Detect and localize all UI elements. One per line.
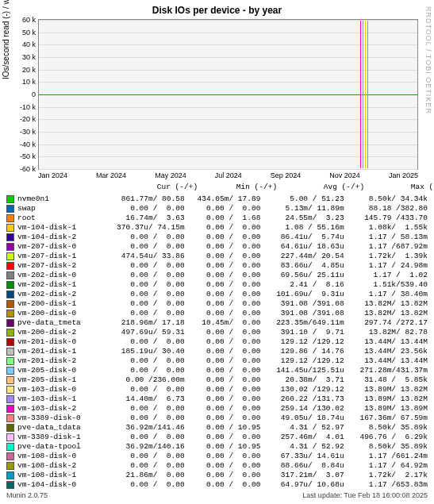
series-min: 0.00 / 0.00 <box>185 337 261 347</box>
series-avg: 101.69u/ 9.31u <box>260 290 344 299</box>
legend-swatch <box>6 290 14 298</box>
grid-line <box>39 169 417 170</box>
legend-swatch <box>6 310 14 317</box>
y-tick-label: 20 k <box>6 66 36 74</box>
series-cur: 0.00 / 0.00 <box>101 233 184 242</box>
legend-swatch <box>6 414 14 422</box>
series-name: vm-201-disk-1 <box>17 347 101 356</box>
legend-row: vm-103-disk-114.40m/ 6.730.00 / 0.00260.… <box>6 394 428 404</box>
legend-row: vm-207-disk-00.00 / 0.000.00 / 0.0064.61… <box>6 242 428 252</box>
series-avg: 227.44m/ 20.54 <box>260 252 344 261</box>
legend-row: vm-202-disk-00.00 / 0.000.00 / 0.0069.56… <box>6 271 428 280</box>
legend-row: vm-103-disk-00.00 / 0.000.00 / 0.00130.0… <box>6 385 428 394</box>
legend-row: pve-data_tdata36.92m/141.460.00 / 10.954… <box>6 423 428 433</box>
legend-swatch <box>6 424 14 432</box>
y-tick-label: 60 k <box>6 16 36 24</box>
spike-line <box>365 21 366 168</box>
series-avg: 130.02 /129.12 <box>260 385 344 394</box>
generator-label: Munin 2.0.75 <box>6 491 48 499</box>
series-avg: 67.33u/ 14.61u <box>260 452 344 461</box>
legend-swatch <box>6 405 14 413</box>
legend-row: vm-200-disk-00.00 / 0.000.00 / 0.00391.0… <box>6 309 428 318</box>
legend-row: vm-104-disk-1370.37u/ 74.15m0.00 / 0.001… <box>6 223 428 233</box>
legend-swatch <box>6 205 14 213</box>
x-tick-label: Mar 2024 <box>96 171 126 179</box>
series-max: 1.17 / 1.02 <box>344 271 428 280</box>
series-min: 0.00 / 10.95 <box>185 442 261 452</box>
legend-swatch <box>6 481 14 489</box>
legend-row: vm-201-disk-20.00 / 0.000.00 / 0.00129.1… <box>6 356 428 366</box>
series-cur: 497.69u/ 59.31 <box>101 328 184 337</box>
series-min: 0.00 / 0.00 <box>185 366 261 375</box>
series-cur: 474.54u/ 33.86 <box>101 252 184 261</box>
series-max: 13.82M/ 13.82M <box>344 309 428 318</box>
series-name: root <box>17 214 101 223</box>
series-min: 0.00 / 0.00 <box>185 223 261 233</box>
series-min: 0.00 / 0.00 <box>185 299 261 309</box>
series-name: vm-103-disk-1 <box>17 394 101 404</box>
legend-header: Cur (-/+)Min (-/+)Avg (-/+)Max (-/+) <box>6 183 434 191</box>
series-avg: 64.97u/ 10.68u <box>260 480 344 490</box>
legend-swatch <box>6 224 14 232</box>
series-name: vm-207-disk-1 <box>17 252 101 261</box>
series-max: 8.50k/ 34.34k <box>344 194 428 204</box>
x-axis-ticks: Jan 2024Mar 2024May 2024Jul 2024Sep 2024… <box>38 170 418 179</box>
series-avg: 260.22 /131.73 <box>260 394 344 404</box>
legend-swatch <box>6 348 14 356</box>
legend-swatch <box>6 233 14 241</box>
legend-row: vm-104-disk-20.00 / 0.000.00 / 0.0086.41… <box>6 233 428 242</box>
series-max: 13.82M/ 82.78 <box>344 328 428 337</box>
series-name: pve-data_tmeta <box>17 318 101 328</box>
rrdtool-watermark: RRDTOOL / TOBI OETIKER <box>424 6 432 114</box>
series-min: 0.00 / 0.00 <box>185 309 261 318</box>
legend-row: pve-data-tpool36.92m/140.160.00 / 10.954… <box>6 442 428 452</box>
series-max: 1.17 /687.92m <box>344 242 428 252</box>
series-avg: 391.08 /391.08 <box>260 309 344 318</box>
x-tick-label: Nov 2024 <box>329 171 360 179</box>
series-cur: 36.92m/140.16 <box>101 442 184 452</box>
series-cur: 36.92m/141.46 <box>101 423 184 433</box>
series-max: 13.82M/ 13.82M <box>344 299 428 309</box>
series-min: 0.00 / 0.00 <box>185 347 261 356</box>
legend-row: vm-104-disk-00.00 / 0.000.00 / 0.0064.97… <box>6 480 428 490</box>
series-avg: 64.61u/ 18.63u <box>260 242 344 252</box>
series-cur: 0.00 / 0.00 <box>101 204 184 214</box>
series-cur: 16.74m/ 3.63 <box>101 214 184 223</box>
series-avg: 129.86 / 14.76 <box>260 347 344 356</box>
legend-swatch <box>6 395 14 403</box>
chart-container: Disk IOs per device - by year IOs/second… <box>0 0 434 499</box>
series-min: 0.00 / 0.00 <box>185 404 261 414</box>
series-name: vm-205-disk-1 <box>17 375 101 385</box>
spike-line <box>367 21 368 168</box>
series-avg: 24.55m/ 3.23 <box>260 214 344 223</box>
series-max: 145.79 /433.70 <box>344 214 428 223</box>
series-max: 1.17 /653.83m <box>344 480 428 490</box>
series-max: 1.17 / 58.13m <box>344 233 428 242</box>
series-max: 271.28m/431.37m <box>344 366 428 375</box>
series-name: vm-3389-disk-1 <box>17 433 101 442</box>
series-max: 1.72k/ 1.39k <box>344 252 428 261</box>
legend-row: vm-207-disk-1474.54u/ 33.860.00 / 0.0022… <box>6 252 428 261</box>
legend-swatch <box>6 357 14 365</box>
series-cur: 0.00 / 0.00 <box>101 461 184 471</box>
series-cur: 14.40m/ 6.73 <box>101 394 184 404</box>
series-max: 88.18 /382.80 <box>344 204 428 214</box>
y-tick-label: -10 k <box>6 103 36 111</box>
series-max: 13.89M/ 13.82M <box>344 394 428 404</box>
series-cur: 0.00 / 0.00 <box>101 433 184 442</box>
legend-swatch <box>6 386 14 394</box>
x-tick-label: Jan 2025 <box>389 171 418 179</box>
series-cur: 0.00 / 0.00 <box>101 452 184 461</box>
series-name: vm-108-disk-2 <box>17 461 101 471</box>
legend-swatch <box>6 281 14 289</box>
series-cur: 185.19u/ 30.40 <box>101 347 184 356</box>
legend-swatch <box>6 262 14 270</box>
legend-row: root16.74m/ 3.630.00 / 1.6824.55m/ 3.231… <box>6 214 428 223</box>
legend-row: vm-201-disk-1185.19u/ 30.400.00 / 0.0012… <box>6 347 428 356</box>
series-max: 1.72k/ 2.17k <box>344 471 428 480</box>
legend-row: vm-200-disk-2497.69u/ 59.310.00 / 0.0039… <box>6 328 428 337</box>
series-min: 0.00 / 0.00 <box>185 290 261 299</box>
series-avg: 129.12 /129.12 <box>260 356 344 366</box>
legend-swatch <box>6 338 14 346</box>
series-max: 1.17 / 64.92m <box>344 461 428 471</box>
